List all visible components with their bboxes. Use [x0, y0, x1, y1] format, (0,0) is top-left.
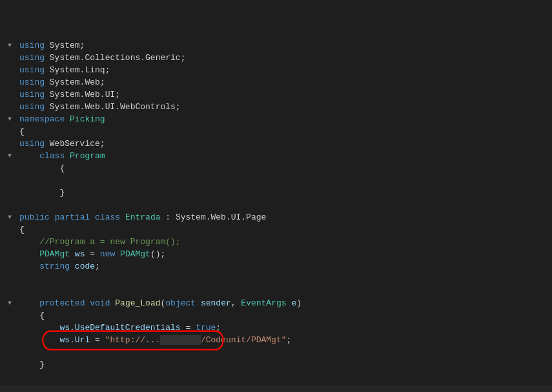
line-code-27: }	[17, 358, 552, 371]
token	[70, 249, 75, 259]
code-line-17: //Program a = new Program();	[0, 236, 552, 248]
line-code-11: {	[17, 162, 552, 174]
token: protected	[39, 298, 85, 308]
line-code-10: class Program	[17, 150, 552, 162]
token: EventArgs	[241, 298, 286, 308]
token: Page_Load	[115, 298, 160, 308]
token: {	[19, 311, 45, 320]
token: partial	[55, 212, 90, 222]
line-code-7: namespace Picking	[17, 113, 552, 125]
code-line-16: {	[0, 223, 552, 236]
token: =	[90, 335, 105, 345]
code-line-6: using System.Web.UI.WebControls;	[0, 101, 552, 113]
token	[65, 114, 70, 124]
token: true	[196, 323, 216, 333]
token	[19, 262, 39, 271]
token: ,	[231, 298, 241, 308]
token: )	[296, 298, 302, 308]
code-line-11: {	[0, 162, 552, 174]
code-line-10: ▼ class Program	[0, 150, 552, 162]
horizontal-scrollbar[interactable]	[0, 386, 552, 392]
line-code-24: ws.UseDefaultCredentials = true;	[17, 322, 552, 334]
token: class	[95, 212, 120, 222]
line-code-2: using System.Collections.Generic;	[17, 52, 552, 64]
token: namespace	[19, 114, 65, 124]
line-code-6: using System.Web.UI.WebControls;	[17, 101, 552, 113]
code-line-23: {	[0, 309, 552, 322]
token: PDAMgt	[39, 249, 70, 259]
token	[50, 212, 55, 222]
token	[19, 151, 39, 161]
token: =	[181, 323, 196, 333]
code-line-22: ▼ protected void Page_Load(object sender…	[0, 297, 552, 309]
token: using	[19, 90, 45, 99]
line-code-16: {	[17, 223, 552, 236]
collapse-icon[interactable]: ▼	[8, 150, 12, 162]
token	[19, 298, 39, 308]
token: ;	[287, 335, 292, 345]
token: using	[19, 102, 45, 112]
line-gutter-10: ▼	[5, 150, 14, 162]
token: }	[19, 360, 45, 369]
token: .	[70, 323, 75, 333]
code-line-15: ▼public partial class Entrada : System.W…	[0, 211, 552, 223]
line-code-15: public partial class Entrada : System.We…	[17, 211, 552, 223]
token: object	[165, 298, 196, 308]
line-code-14	[17, 199, 552, 211]
code-line-25: ws.Url = "http://...REDACTED/Codeunit/PD…	[0, 334, 552, 346]
line-code-22: protected void Page_Load(object sender, …	[17, 297, 552, 309]
token: ws	[59, 335, 70, 345]
token: public	[19, 212, 50, 222]
token: using	[19, 77, 45, 87]
token	[19, 335, 59, 345]
line-code-23: {	[17, 309, 552, 322]
token: Picking	[70, 114, 105, 124]
code-line-3: using System.Linq;	[0, 64, 552, 76]
collapse-icon[interactable]: ▼	[8, 211, 12, 223]
line-gutter-7: ▼	[5, 113, 14, 125]
collapse-icon[interactable]: ▼	[8, 113, 12, 125]
code-line-14	[0, 199, 552, 211]
line-code-9: using WebService;	[17, 138, 552, 150]
token: Entrada	[125, 212, 161, 222]
collapse-icon[interactable]: ▼	[8, 297, 12, 309]
line-gutter-1: ▼	[5, 39, 14, 52]
line-code-28	[17, 371, 552, 383]
line-code-13: }	[17, 187, 552, 199]
code-line-26	[0, 346, 552, 358]
token: new	[100, 249, 115, 259]
code-line-12	[0, 174, 552, 187]
code-line-2: using System.Collections.Generic;	[0, 52, 552, 64]
collapse-icon[interactable]: ▼	[8, 39, 12, 52]
token	[19, 249, 39, 259]
code-line-5: using System.Web.UI;	[0, 88, 552, 101]
token: {	[19, 127, 25, 136]
line-code-3: using System.Linq;	[17, 64, 552, 76]
token	[19, 237, 39, 247]
code-editor: ▼using System;using System.Collections.G…	[0, 0, 552, 392]
token	[120, 212, 125, 222]
code-line-18: PDAMgt ws = new PDAMgt();	[0, 248, 552, 260]
token: System.Linq;	[45, 65, 110, 75]
token: ;	[216, 323, 221, 333]
token	[196, 298, 201, 308]
code-line-8: {	[0, 125, 552, 138]
line-code-19: string code;	[17, 260, 552, 273]
token	[70, 262, 75, 271]
code-line-1: ▼using System;	[0, 39, 552, 52]
line-code-4: using System.Web;	[17, 76, 552, 88]
token: Url	[75, 335, 90, 345]
code-line-9: using WebService;	[0, 138, 552, 150]
code-line-20	[0, 273, 552, 285]
token: //Program a = new Program();	[39, 237, 180, 247]
token: ws	[75, 249, 85, 259]
token: void	[90, 298, 110, 308]
token: using	[19, 65, 45, 75]
token: using	[19, 41, 45, 50]
code-line-28	[0, 371, 552, 383]
code-line-24: ws.UseDefaultCredentials = true;	[0, 322, 552, 334]
code-line-21	[0, 285, 552, 297]
token: using	[19, 53, 45, 63]
token: REDACTED	[160, 335, 200, 345]
token: /Codeunit/PDAMgt"	[201, 335, 287, 345]
